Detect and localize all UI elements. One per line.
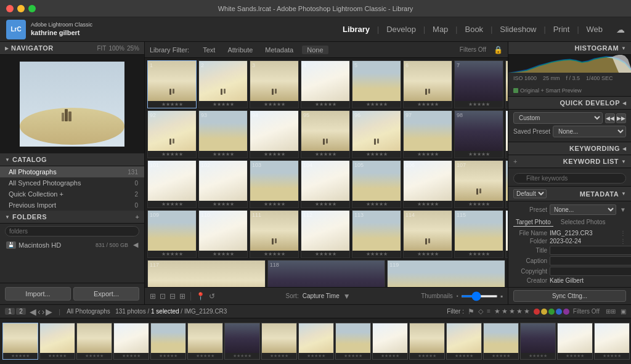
filter-none-btn[interactable]: None bbox=[302, 46, 328, 54]
filmstrip-thumb[interactable]: ★★★★★ bbox=[335, 323, 371, 360]
filmstrip-all-photos[interactable]: All Photographs bbox=[67, 308, 110, 315]
sort-arrow-icon[interactable]: ▼ bbox=[343, 292, 351, 301]
photo-cell[interactable]: 119★★★★★ bbox=[387, 260, 505, 287]
page-num-2[interactable]: 2 bbox=[16, 308, 26, 315]
filmstrip-filters-off[interactable]: Filters Off bbox=[573, 308, 600, 315]
filmstrip-thumb[interactable]: ★★★★★ bbox=[298, 323, 334, 360]
photo-cell[interactable]: 95★★★★★ bbox=[301, 110, 350, 158]
zoom-fit[interactable]: FIT bbox=[97, 45, 106, 52]
filmstrip-thumb[interactable]: ★★★★★ bbox=[557, 323, 593, 360]
filmstrip-thumb[interactable]: ★★★★★ bbox=[520, 323, 556, 360]
filter-text-btn[interactable]: Text bbox=[199, 46, 219, 54]
keyword-list-add[interactable]: + bbox=[513, 158, 517, 165]
filmstrip-thumb[interactable]: ★★★★★ bbox=[39, 323, 75, 360]
photo-cell[interactable]: 5★★★★★ bbox=[352, 60, 401, 108]
export-button[interactable]: Export... bbox=[73, 287, 139, 301]
photo-cell[interactable]: 116★★★★★ bbox=[505, 210, 508, 258]
filmstrip-thumb[interactable]: ★★★★★ bbox=[409, 323, 445, 360]
photo-cell[interactable]: 94★★★★★ bbox=[250, 110, 299, 158]
filter-flag-icon[interactable]: ⚑ bbox=[468, 307, 474, 316]
histogram-header[interactable]: Histogram ▼ bbox=[508, 42, 631, 55]
filter-equals-icon[interactable]: = bbox=[487, 308, 491, 315]
photo-cell[interactable]: 100★★★★★ bbox=[505, 110, 508, 158]
photo-cell[interactable]: 117★★★★★ bbox=[147, 260, 266, 287]
filter-yellow[interactable] bbox=[541, 309, 547, 315]
maximize-button[interactable] bbox=[28, 5, 36, 12]
filmstrip-prev-btn[interactable]: ‹ bbox=[38, 307, 41, 317]
filmstrip-thumb[interactable]: ★★★★★ bbox=[76, 323, 112, 360]
catalog-all-photographs[interactable]: All Photographs 131 bbox=[0, 166, 144, 177]
star-2[interactable]: ★ bbox=[502, 307, 508, 315]
navigator-header[interactable]: ▶ Navigator FIT 100% 25% bbox=[0, 42, 144, 55]
grid-view-icon[interactable]: ⊞ bbox=[150, 292, 156, 301]
folder-icon[interactable]: ⋮ bbox=[620, 238, 626, 245]
filmstrip-thumb[interactable]: ★★★★★ bbox=[446, 323, 482, 360]
filmstrip-next-btn[interactable]: › bbox=[42, 307, 45, 317]
nav-book[interactable]: Book bbox=[457, 22, 491, 36]
photo-cell[interactable]: 91★★★★★ bbox=[505, 60, 508, 108]
photo-cell[interactable]: 104★★★★★ bbox=[301, 160, 350, 208]
photo-cell[interactable]: 115★★★★★ bbox=[454, 210, 503, 258]
qd-saved-preset-select[interactable]: None... bbox=[553, 126, 626, 137]
star-4[interactable]: ★ bbox=[516, 307, 523, 315]
metadata-preset-select[interactable]: None... bbox=[550, 204, 616, 215]
folder-search-input[interactable] bbox=[5, 226, 139, 237]
photo-cell[interactable]: 101★★★★★ bbox=[147, 160, 197, 208]
keyword-list-header[interactable]: + Keyword List ▼ bbox=[508, 155, 631, 168]
photo-cell[interactable]: 7★★★★★ bbox=[454, 60, 503, 108]
sync-settings-button[interactable]: Sync Cttng... bbox=[513, 290, 626, 302]
zoom-25[interactable]: 25% bbox=[127, 45, 139, 52]
filename-icon[interactable]: ⋮ bbox=[620, 230, 626, 237]
catalog-previous-import[interactable]: Previous Import 0 bbox=[0, 200, 144, 211]
filter-blue[interactable] bbox=[556, 309, 562, 315]
photo-cell[interactable]: 113★★★★★ bbox=[352, 210, 401, 258]
folders-add-button[interactable]: + bbox=[136, 213, 139, 220]
filter-lock-icon[interactable]: 🔒 bbox=[494, 46, 503, 54]
filmstrip-thumb[interactable]: ★★★★★ bbox=[483, 323, 519, 360]
folder-disk-item[interactable]: 💾 Macintosh HD 831 / 500 GB ◀ bbox=[0, 239, 144, 251]
photo-cell[interactable]: 106★★★★★ bbox=[403, 160, 452, 208]
star-5[interactable]: ★ bbox=[524, 307, 530, 315]
nav-develop[interactable]: Develop bbox=[379, 22, 423, 36]
page-num-1[interactable]: 1 bbox=[5, 308, 15, 315]
sort-value[interactable]: Capture Time bbox=[303, 293, 340, 299]
copyright-input[interactable] bbox=[550, 267, 631, 276]
filter-metadata-btn[interactable]: Metadata bbox=[261, 46, 297, 54]
qd-prev-arrow[interactable]: ◀◀ bbox=[605, 113, 615, 123]
photo-cell[interactable]: 107★★★★★ bbox=[454, 160, 503, 208]
filmstrip-thumb[interactable]: ★★★★★ bbox=[594, 323, 630, 360]
folders-header[interactable]: ▼ Folders + bbox=[0, 211, 144, 224]
filter-attribute-btn[interactable]: Attribute bbox=[224, 46, 256, 54]
photo-cell[interactable]: 4★★★★★ bbox=[301, 60, 350, 108]
catalog-quick-collection[interactable]: Quick Collection + 2 bbox=[0, 188, 144, 200]
nav-library[interactable]: Library bbox=[335, 22, 377, 36]
nav-web[interactable]: Web bbox=[579, 22, 611, 36]
photo-cell[interactable]: 1★★★★★ bbox=[147, 60, 197, 108]
catalog-header[interactable]: ▼ Catalog bbox=[0, 153, 144, 166]
filter-red[interactable] bbox=[534, 309, 540, 315]
cloud-icon[interactable]: ☁ bbox=[616, 25, 625, 34]
photo-cell[interactable]: 111★★★★★ bbox=[250, 210, 299, 258]
photo-cell[interactable]: 108★★★★★ bbox=[505, 160, 508, 208]
photo-cell[interactable]: 118★★★★★ bbox=[267, 260, 386, 287]
tab-selected-photos[interactable]: Selected Photos bbox=[558, 218, 608, 227]
nav-map[interactable]: Map bbox=[425, 22, 455, 36]
filmstrip-thumb[interactable]: ★★★★★ bbox=[261, 323, 297, 360]
filter-rating-icon[interactable]: ◇ bbox=[478, 307, 483, 315]
filters-off-label[interactable]: Filters Off bbox=[460, 46, 486, 53]
photo-cell[interactable]: 110★★★★★ bbox=[198, 210, 248, 258]
compare-view-icon[interactable]: ⊟ bbox=[169, 292, 176, 301]
thumbnail-slider-input[interactable] bbox=[461, 295, 498, 297]
photo-cell[interactable]: 97★★★★★ bbox=[403, 110, 452, 158]
title-meta-input[interactable] bbox=[550, 246, 631, 255]
star-1[interactable]: ★ bbox=[494, 307, 500, 315]
photo-cell[interactable]: 105★★★★★ bbox=[352, 160, 401, 208]
filmstrip-thumb[interactable]: ★★★★★ bbox=[224, 323, 260, 360]
tab-target-photo[interactable]: Target Photo bbox=[513, 218, 553, 227]
minimize-button[interactable] bbox=[17, 5, 25, 12]
map-pin-icon[interactable]: 📍 bbox=[196, 292, 205, 301]
photo-cell[interactable]: 114★★★★★ bbox=[403, 210, 452, 258]
photo-cell[interactable]: 109★★★★★ bbox=[147, 210, 197, 258]
photo-cell[interactable]: 103★★★★★ bbox=[250, 160, 299, 208]
photo-cell[interactable]: 93★★★★★ bbox=[198, 110, 248, 158]
